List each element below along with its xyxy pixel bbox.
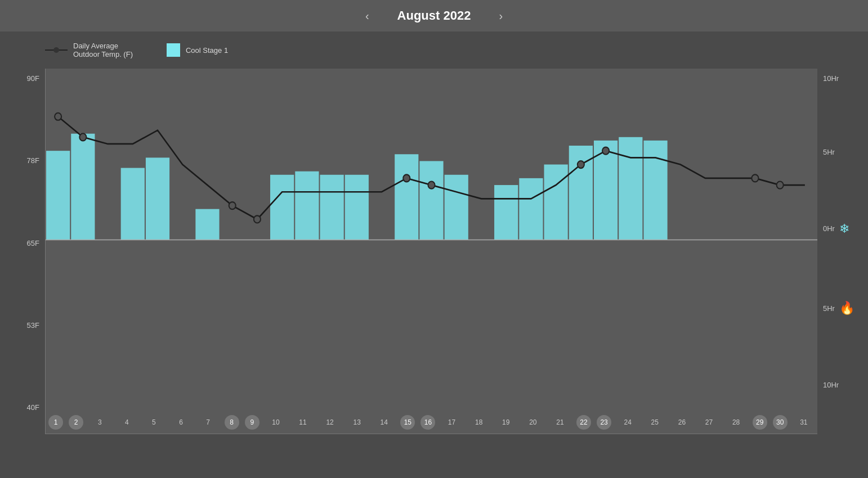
y-label-40: 40F — [11, 403, 39, 412]
x-label-2: 2 — [69, 415, 83, 430]
svg-rect-11 — [445, 175, 468, 240]
y-right-0hr: 0Hr ❄ — [823, 222, 857, 236]
legend-cool-stage: Cool Stage 1 — [167, 43, 228, 57]
x-label-25: 25 — [644, 418, 665, 426]
svg-rect-13 — [519, 178, 543, 240]
x-label-5: 5 — [143, 418, 164, 426]
x-label-26: 26 — [671, 418, 692, 426]
x-label-19: 19 — [495, 418, 517, 426]
legend-temp-line: Daily AverageOutdoor Temp. (F) — [45, 42, 133, 58]
svg-point-22 — [229, 202, 236, 209]
svg-rect-8 — [345, 175, 369, 240]
chart-area: 1234567891011121314151617181920212223242… — [45, 69, 817, 434]
svg-rect-1 — [71, 134, 95, 240]
x-label-24: 24 — [617, 418, 638, 426]
legend: Daily AverageOutdoor Temp. (F) Cool Stag… — [0, 31, 868, 69]
svg-rect-14 — [544, 165, 568, 240]
x-label-9: 9 — [245, 415, 259, 430]
y-right-10hr-bot: 10Hr — [823, 381, 857, 389]
svg-point-21 — [79, 133, 86, 141]
snowflake-icon: ❄ — [839, 222, 849, 236]
x-label-7: 7 — [198, 418, 219, 426]
svg-point-20 — [55, 113, 61, 120]
svg-point-28 — [751, 174, 758, 182]
x-label-28: 28 — [726, 418, 747, 426]
x-label-17: 17 — [441, 418, 463, 426]
header: ‹ August 2022 › — [0, 0, 868, 31]
y-axis-right: 10Hr 5Hr 0Hr ❄ 5Hr 🔥 10Hr — [817, 69, 857, 434]
x-label-14: 14 — [373, 418, 395, 426]
x-axis: 1234567891011121314151617181920212223242… — [46, 411, 817, 434]
month-title: August 2022 — [397, 8, 471, 23]
x-label-21: 21 — [549, 418, 571, 426]
x-label-11: 11 — [292, 418, 314, 426]
x-label-15: 15 — [400, 415, 415, 430]
x-label-12: 12 — [319, 418, 341, 426]
x-label-8: 8 — [225, 415, 239, 430]
y-right-10hr-top: 10Hr — [823, 74, 857, 83]
svg-point-25 — [428, 182, 435, 189]
x-label-27: 27 — [698, 418, 719, 426]
flame-icon: 🔥 — [839, 301, 854, 315]
svg-rect-5 — [270, 175, 294, 240]
x-label-13: 13 — [346, 418, 368, 426]
svg-point-26 — [578, 161, 584, 168]
svg-rect-2 — [121, 168, 145, 240]
x-label-29: 29 — [753, 415, 767, 430]
y-axis-left: 90F 78F 65F 53F 40F — [11, 69, 45, 434]
x-label-18: 18 — [468, 418, 490, 426]
svg-rect-6 — [295, 172, 319, 240]
svg-rect-9 — [395, 154, 418, 240]
x-label-1: 1 — [48, 415, 63, 430]
chart-container: 90F 78F 65F 53F 40F 12345678910111213141… — [0, 69, 868, 434]
svg-rect-12 — [494, 185, 518, 240]
legend-cool-label: Cool Stage 1 — [186, 46, 228, 55]
x-label-16: 16 — [420, 415, 435, 430]
svg-point-23 — [254, 215, 261, 223]
legend-line-icon — [45, 49, 68, 51]
x-label-10: 10 — [265, 418, 287, 426]
svg-rect-3 — [146, 157, 169, 240]
prev-month-button[interactable]: ‹ — [360, 7, 375, 25]
svg-rect-10 — [419, 161, 443, 240]
x-label-30: 30 — [773, 415, 788, 430]
svg-point-29 — [777, 182, 784, 189]
y-label-53: 53F — [11, 321, 39, 330]
y-label-65: 65F — [11, 239, 39, 247]
x-label-4: 4 — [116, 418, 137, 426]
x-label-31: 31 — [793, 418, 815, 426]
y-right-5hr-top: 5Hr — [823, 148, 857, 156]
svg-rect-0 — [46, 151, 70, 240]
svg-rect-17 — [619, 137, 642, 240]
legend-temp-label: Daily AverageOutdoor Temp. (F) — [73, 42, 133, 58]
right-axis-labels: 10Hr 5Hr 0Hr ❄ 5Hr 🔥 10Hr — [823, 74, 857, 389]
svg-point-24 — [403, 174, 410, 182]
svg-rect-4 — [195, 209, 219, 240]
next-month-button[interactable]: › — [493, 7, 508, 25]
x-label-22: 22 — [576, 415, 591, 430]
x-label-20: 20 — [522, 418, 544, 426]
x-label-6: 6 — [171, 418, 192, 426]
legend-cool-box — [167, 43, 180, 57]
svg-rect-18 — [643, 141, 667, 240]
svg-point-27 — [602, 147, 609, 155]
y-label-90: 90F — [11, 74, 39, 83]
y-label-78: 78F — [11, 156, 39, 165]
y-right-5hr-bot: 5Hr 🔥 — [823, 301, 857, 315]
svg-rect-7 — [320, 175, 343, 240]
x-label-3: 3 — [89, 418, 110, 426]
x-label-23: 23 — [597, 415, 611, 430]
chart-svg — [46, 69, 817, 411]
